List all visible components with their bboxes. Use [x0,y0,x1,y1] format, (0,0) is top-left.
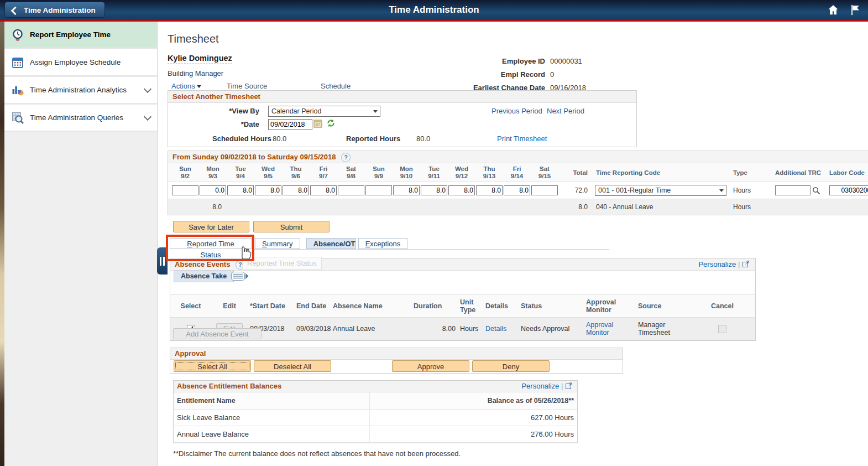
personalize-link[interactable]: Personalize [521,382,559,390]
status: Needs Approval [519,323,584,335]
deselect-all-button[interactable]: Deselect All [254,360,331,372]
add-absence-event-button-disabled: Add Absence Event [173,328,262,339]
submit-button[interactable]: Submit [253,221,330,232]
help-icon[interactable]: ? [341,153,351,162]
deny-button[interactable]: Deny [472,360,550,372]
hours-input[interactable] [531,185,558,195]
personalize-link[interactable]: Personalize [698,260,736,268]
trc-select[interactable]: 001 - 001-Regular Time [595,185,726,196]
empl-record-label: Empl Record [390,70,545,79]
type-column-header: Type [729,169,772,176]
row-total: 8.0 [558,203,592,211]
trc-column-header: Time Reporting Code [592,169,729,176]
page-title: Timesheet [168,33,219,45]
reported-hours-label: Reported Hours [346,134,400,143]
view-by-select[interactable]: Calendar Period [268,106,380,117]
lookup-magnifier-icon[interactable] [812,187,820,195]
day-column-header: Wed 9/12 [448,165,475,180]
approve-button[interactable]: Approve [392,360,469,372]
app-window: Time Administration Time Administration … [0,0,868,466]
day-column-header: Sun 9/9 [365,165,393,180]
hours-value [503,203,531,211]
tab-exceptions[interactable]: Exceptions [358,238,408,249]
sidebar-item-report-employee-time[interactable]: Report Employee Time [4,22,157,49]
day-column-header: Fri 9/14 [503,165,531,180]
disclaimer-text: **Disclaimer The current balance does no… [173,449,461,458]
approval-title: Approval [170,348,623,360]
absence-name: Annual Leave [331,323,411,335]
reported-hours-value: 80.0 [416,134,430,143]
panel-collapse-handle[interactable] [157,247,168,275]
show-all-columns-icon[interactable] [231,272,249,281]
hours-input[interactable] [476,185,503,195]
labor-code-input[interactable] [829,185,868,195]
hours-input[interactable] [504,185,530,195]
absence-events-title: Absence Events [175,260,230,268]
home-icon[interactable] [827,4,839,16]
tab-summary[interactable]: Summary [255,238,300,249]
sidebar-item-assign-employee-schedule[interactable]: Assign Employee Schedule [4,49,157,77]
additional-trc-column-header: Additional TRC [772,169,826,176]
hours-input[interactable] [393,185,420,195]
bar-chart-icon [11,84,24,97]
select-another-timesheet-panel: Select Another Timesheet *View By Calend… [168,90,637,147]
next-period-link[interactable]: Next Period [547,107,584,115]
hours-input[interactable] [365,185,392,195]
chevron-down-icon [144,112,151,120]
hours-input[interactable] [227,185,254,195]
empl-record-value: 0 [545,70,554,79]
calendar-icon [11,56,24,69]
additional-trc-input[interactable] [775,185,811,195]
save-for-later-button[interactable]: Save for Later [173,221,249,232]
day-column-header: Tue 9/11 [420,165,448,180]
scheduled-hours-label: Scheduled Hours [212,134,271,143]
hours-value [531,203,558,211]
select-all-button[interactable]: Select All [174,360,251,372]
total-column-header: Total [558,169,592,176]
timesheet-tabs: Reported Time Status Summary Absence/OT … [170,238,407,250]
tabs-divider [252,250,609,250]
hours-input[interactable] [283,185,309,195]
calendar-picker-icon[interactable] [313,119,322,128]
print-timesheet-link[interactable]: Print Timesheet [497,134,547,143]
tab-absence-ot[interactable]: Absence/OT [306,238,356,249]
day-column-header: Fri 9/7 [310,165,337,180]
previous-period-link[interactable]: Previous Period [491,107,542,115]
refresh-icon[interactable] [326,118,336,128]
tab-reported-time-status[interactable]: Reported Time Status [170,238,252,249]
hours-input[interactable] [310,185,337,195]
flag-icon[interactable] [849,4,861,16]
sidebar-item-label: Time Administration Queries [30,113,123,122]
end-date: 09/03/2018 [294,323,331,335]
hours-value [475,203,503,211]
hours-input[interactable] [200,185,226,195]
top-navigation-bar: Time Administration Time Administration [0,0,868,20]
actions-menu[interactable]: Actions [171,82,195,90]
day-column-header: Sat 9/8 [337,165,365,180]
tab-absence-take[interactable]: Absence Take [174,271,234,282]
hours-input[interactable] [421,185,447,195]
popout-grid-icon[interactable] [565,382,573,390]
page-header-title: Time Administration [0,0,868,20]
hours-value [227,203,254,211]
dropdown-arrow-icon [373,110,378,113]
employee-name-link[interactable]: Kylie Dominguez [168,54,232,64]
entitlement-name: Annual Leave Balance [174,426,370,442]
balance-row: Sick Leave Balance 627.00 Hours [174,410,577,426]
hours-input[interactable] [255,185,281,195]
hours-input[interactable] [338,185,364,195]
view-by-label: *View By [168,107,259,115]
sidebar-item-time-administration-analytics[interactable]: Time Administration Analytics [4,77,157,105]
approval-monitor-link[interactable]: Approval Monitor [586,321,613,336]
chevron-down-icon [144,85,151,92]
day-column-header: Thu 9/13 [475,165,503,180]
entitlement-name: Sick Leave Balance [174,410,370,426]
details-link[interactable]: Details [485,325,506,333]
hours-input[interactable] [172,185,198,195]
source: Manager Timesheet [636,319,691,339]
popout-grid-icon[interactable] [742,260,750,268]
hours-value [448,203,475,211]
date-input[interactable] [268,119,312,130]
hours-input[interactable] [448,185,475,195]
sidebar-item-time-administration-queries[interactable]: Time Administration Queries [4,105,157,132]
